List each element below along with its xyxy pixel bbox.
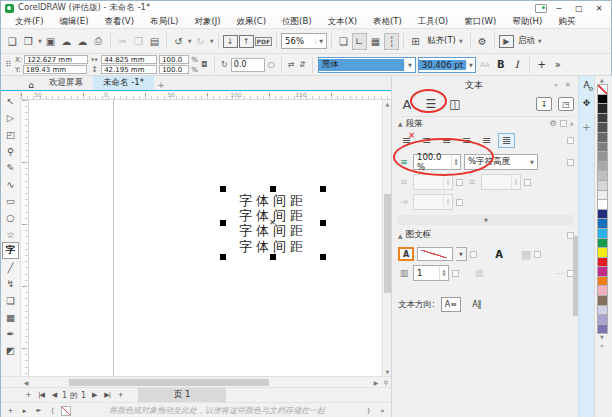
rectangle-tool[interactable]: ▭ [2, 193, 19, 210]
paragraph-gear-icon[interactable]: ⚙ [549, 119, 556, 128]
bold-button[interactable]: B [494, 59, 508, 70]
horizontal-scroll-thumb[interactable] [69, 379, 269, 386]
show-rulers-button[interactable]: ∟ [352, 33, 367, 50]
force-justify-button[interactable]: ≣ [498, 133, 515, 148]
rotation-angle-field[interactable]: 0.0 [231, 58, 265, 72]
chevron-down-icon[interactable]: ▼ [188, 38, 192, 44]
indent-checkbox[interactable] [456, 199, 463, 206]
menu-layout[interactable]: 布局(L) [142, 16, 186, 28]
selection-handle[interactable] [320, 254, 326, 260]
vertical-scrollbar[interactable]: ▲ ▼ [382, 100, 391, 376]
full-justify-button[interactable]: ≡ [478, 133, 495, 148]
palette-eyedropper-icon[interactable]: ✒ [33, 407, 43, 415]
color-swatch-25[interactable] [597, 324, 608, 335]
chevron-up-icon[interactable]: ∧ [570, 120, 574, 127]
add-property-button[interactable]: + [535, 59, 549, 70]
open-button[interactable]: ❒ [21, 33, 36, 50]
menu-file[interactable]: 文件(F) [7, 16, 52, 28]
add-docker-button[interactable]: + [582, 122, 590, 133]
vertical-ruler[interactable] [21, 100, 29, 376]
ellipse-tool[interactable]: ○ [2, 209, 19, 226]
save-button[interactable]: ▣ [43, 33, 58, 50]
frame-tab-icon[interactable]: ◫ [446, 95, 464, 113]
frame-fill-checkbox[interactable] [470, 251, 477, 258]
paragraph-section-header[interactable]: ▲ 段落 ⚙ ∧ [398, 116, 574, 130]
object-width-field[interactable]: 44.825 mm [101, 55, 157, 64]
launch-dropdown[interactable]: 启动 ▼ [515, 33, 545, 50]
zoom-tool[interactable]: ⚲ [2, 143, 19, 160]
show-grid-button[interactable]: ▦ [368, 33, 383, 50]
home-icon[interactable]: ⌂ [23, 80, 39, 90]
vertical-scroll-thumb[interactable] [384, 194, 391, 293]
options-gear-button[interactable]: ⚙ [475, 33, 490, 50]
first-page-button[interactable]: |◀ [36, 391, 46, 399]
transform-docker-tab[interactable]: ✥ [583, 98, 591, 108]
next-page-button[interactable]: ▶ [89, 391, 99, 399]
import-button[interactable]: ↓ [223, 35, 238, 48]
snap-window-button[interactable]: ⊞ [408, 33, 423, 50]
frame-mode-icon[interactable]: ◳ [558, 97, 574, 111]
spinner-arrows-icon[interactable]: ▲▼ [439, 266, 448, 280]
drawing-canvas[interactable]: 字体间距字体间距字体间距字体间距 ✕ [29, 100, 382, 376]
scale-y-field[interactable]: 100.0 [159, 65, 189, 74]
chevron-down-icon[interactable]: ▼ [210, 38, 214, 44]
space-after-checkbox[interactable] [524, 179, 531, 186]
print-button[interactable]: ⎙ [91, 33, 106, 50]
horizontal-ruler[interactable]: 50 0 50 100 150 [21, 91, 391, 100]
show-guidelines-button[interactable]: ┆ [384, 33, 399, 50]
palette-options-icon[interactable]: » [600, 342, 604, 350]
chevron-down-icon[interactable]: ▼ [466, 62, 475, 68]
more-options-icon[interactable]: ⋯ [555, 269, 564, 278]
import-settings-icon[interactable]: ↧ [536, 97, 552, 111]
columns-spinner[interactable]: 1 ▲▼ [413, 265, 449, 281]
add-page-before-button[interactable]: + [23, 391, 33, 399]
mirror-vertical-button[interactable]: ⇵ [298, 60, 307, 69]
menu-bitmaps[interactable]: 位图(B) [274, 16, 319, 28]
chevron-down-icon[interactable]: ▼ [38, 38, 42, 44]
y-position-field[interactable]: 189.43 mm [23, 65, 87, 74]
scroll-left-icon[interactable]: ◀ [21, 379, 31, 386]
menu-buy[interactable]: 购买 [550, 16, 583, 28]
scroll-right-icon[interactable]: ▶ [371, 379, 381, 386]
align-center-button[interactable]: ≡ [438, 133, 455, 148]
collapse-icon[interactable]: ▲ [398, 232, 403, 239]
mesh-fill-tool[interactable]: ▦ [2, 309, 19, 326]
selection-handle[interactable] [220, 254, 226, 260]
selected-text-object[interactable]: 字体间距字体间距字体间距字体间距 ✕ [223, 189, 323, 257]
palette-scroll-left-icon[interactable]: ⟨ [47, 407, 57, 415]
minimize-button[interactable]: ─ [551, 2, 567, 14]
publish-pdf-button[interactable]: PDF [255, 33, 272, 50]
menu-window[interactable]: 窗口(W) [456, 16, 504, 28]
no-color-swatch[interactable] [61, 406, 71, 416]
frame-background-icon[interactable]: A [398, 247, 414, 261]
chevron-down-icon[interactable]: ▼ [315, 38, 326, 44]
selection-handle[interactable] [320, 186, 326, 192]
selection-handle[interactable] [320, 220, 326, 226]
shape-tool[interactable]: ▷ [2, 110, 19, 127]
align-right-button[interactable]: ≡ [458, 133, 475, 148]
connector-tool[interactable]: ↯ [2, 276, 19, 293]
cloud-download-button[interactable]: ☁ [75, 33, 90, 50]
collapse-icon[interactable]: ▲ [398, 120, 403, 127]
mirror-horizontal-button[interactable]: ⇄ [287, 60, 296, 69]
menu-edit[interactable]: 编辑(E) [52, 16, 97, 28]
add-page-after-button[interactable]: + [115, 391, 125, 399]
section-expander[interactable]: ▼ [398, 215, 574, 225]
horizontal-scroll-track[interactable] [31, 378, 371, 387]
spacing-checkbox[interactable] [567, 159, 574, 166]
space-before-checkbox[interactable] [456, 179, 463, 186]
crop-tool[interactable]: ◰ [2, 126, 19, 143]
align-none-button[interactable]: ≡× [398, 133, 415, 148]
scroll-down-icon[interactable]: ▼ [383, 369, 392, 375]
selection-handle[interactable] [220, 220, 226, 226]
menu-object[interactable]: 对象(J) [186, 16, 228, 28]
palette-scroll-right-icon[interactable]: ⟩ [363, 407, 373, 415]
palette-flyout-icon[interactable]: ▸ [19, 407, 29, 415]
tab-welcome-screen[interactable]: 欢迎屏幕 [39, 76, 93, 90]
export-button[interactable]: ↑ [239, 35, 254, 48]
scale-x-field[interactable]: 100.0 [159, 55, 189, 64]
navigator-zoom-icon[interactable]: ⚲ [381, 379, 391, 386]
edit-text-button[interactable]: A [491, 247, 507, 261]
close-button[interactable]: ✕ [591, 2, 607, 14]
paragraph-checkbox[interactable] [560, 120, 567, 127]
